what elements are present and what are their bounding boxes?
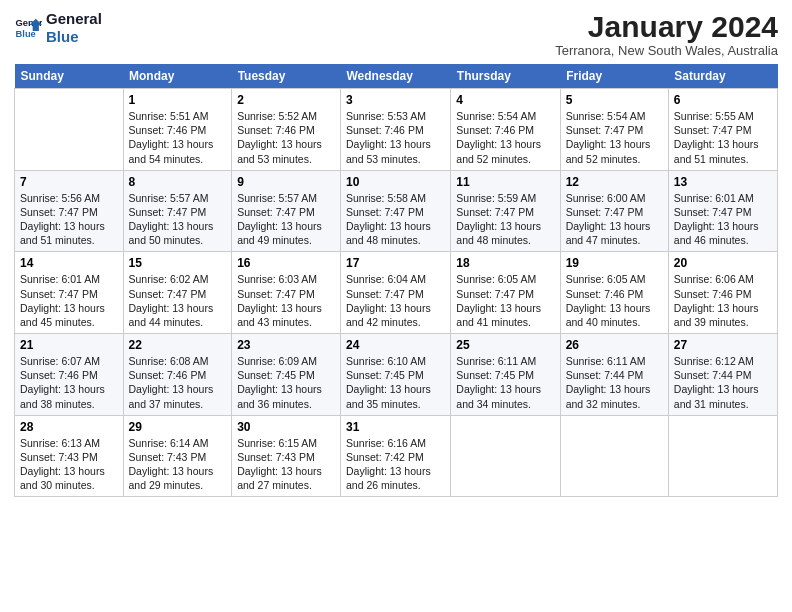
day-info: Sunrise: 6:15 AM Sunset: 7:43 PM Dayligh… (237, 436, 335, 493)
day-info: Sunrise: 5:55 AM Sunset: 7:47 PM Dayligh… (674, 109, 772, 166)
calendar-cell: 24Sunrise: 6:10 AM Sunset: 7:45 PM Dayli… (341, 334, 451, 416)
calendar-cell: 26Sunrise: 6:11 AM Sunset: 7:44 PM Dayli… (560, 334, 668, 416)
day-info: Sunrise: 6:03 AM Sunset: 7:47 PM Dayligh… (237, 272, 335, 329)
day-number: 10 (346, 175, 445, 189)
calendar-cell: 28Sunrise: 6:13 AM Sunset: 7:43 PM Dayli… (15, 415, 124, 497)
day-info: Sunrise: 6:14 AM Sunset: 7:43 PM Dayligh… (129, 436, 227, 493)
calendar-cell: 7Sunrise: 5:56 AM Sunset: 7:47 PM Daylig… (15, 170, 124, 252)
header-row: General Blue General Blue January 2024 T… (14, 10, 778, 58)
day-number: 1 (129, 93, 227, 107)
header-saturday: Saturday (668, 64, 777, 89)
day-number: 9 (237, 175, 335, 189)
day-number: 7 (20, 175, 118, 189)
day-info: Sunrise: 6:11 AM Sunset: 7:44 PM Dayligh… (566, 354, 663, 411)
calendar-cell: 23Sunrise: 6:09 AM Sunset: 7:45 PM Dayli… (232, 334, 341, 416)
day-info: Sunrise: 6:01 AM Sunset: 7:47 PM Dayligh… (674, 191, 772, 248)
logo-icon: General Blue (14, 14, 42, 42)
page-container: General Blue General Blue January 2024 T… (0, 0, 792, 505)
day-info: Sunrise: 6:10 AM Sunset: 7:45 PM Dayligh… (346, 354, 445, 411)
day-number: 16 (237, 256, 335, 270)
day-info: Sunrise: 5:54 AM Sunset: 7:47 PM Dayligh… (566, 109, 663, 166)
calendar-cell: 15Sunrise: 6:02 AM Sunset: 7:47 PM Dayli… (123, 252, 232, 334)
calendar-subtitle: Terranora, New South Wales, Australia (555, 43, 778, 58)
day-number: 14 (20, 256, 118, 270)
logo-blue: Blue (46, 28, 102, 46)
day-info: Sunrise: 5:54 AM Sunset: 7:46 PM Dayligh… (456, 109, 554, 166)
day-info: Sunrise: 6:09 AM Sunset: 7:45 PM Dayligh… (237, 354, 335, 411)
day-number: 30 (237, 420, 335, 434)
header-friday: Friday (560, 64, 668, 89)
day-info: Sunrise: 6:01 AM Sunset: 7:47 PM Dayligh… (20, 272, 118, 329)
header-sunday: Sunday (15, 64, 124, 89)
day-number: 5 (566, 93, 663, 107)
day-number: 18 (456, 256, 554, 270)
day-number: 28 (20, 420, 118, 434)
day-number: 23 (237, 338, 335, 352)
header-tuesday: Tuesday (232, 64, 341, 89)
day-info: Sunrise: 5:56 AM Sunset: 7:47 PM Dayligh… (20, 191, 118, 248)
day-number: 19 (566, 256, 663, 270)
day-number: 3 (346, 93, 445, 107)
calendar-cell: 20Sunrise: 6:06 AM Sunset: 7:46 PM Dayli… (668, 252, 777, 334)
calendar-cell: 6Sunrise: 5:55 AM Sunset: 7:47 PM Daylig… (668, 89, 777, 171)
day-info: Sunrise: 5:57 AM Sunset: 7:47 PM Dayligh… (237, 191, 335, 248)
week-row-3: 21Sunrise: 6:07 AM Sunset: 7:46 PM Dayli… (15, 334, 778, 416)
calendar-cell: 27Sunrise: 6:12 AM Sunset: 7:44 PM Dayli… (668, 334, 777, 416)
day-info: Sunrise: 6:11 AM Sunset: 7:45 PM Dayligh… (456, 354, 554, 411)
calendar-cell: 9Sunrise: 5:57 AM Sunset: 7:47 PM Daylig… (232, 170, 341, 252)
calendar-cell: 29Sunrise: 6:14 AM Sunset: 7:43 PM Dayli… (123, 415, 232, 497)
calendar-cell: 1Sunrise: 5:51 AM Sunset: 7:46 PM Daylig… (123, 89, 232, 171)
header-thursday: Thursday (451, 64, 560, 89)
week-row-4: 28Sunrise: 6:13 AM Sunset: 7:43 PM Dayli… (15, 415, 778, 497)
day-number: 13 (674, 175, 772, 189)
day-info: Sunrise: 5:58 AM Sunset: 7:47 PM Dayligh… (346, 191, 445, 248)
day-info: Sunrise: 6:12 AM Sunset: 7:44 PM Dayligh… (674, 354, 772, 411)
calendar-cell: 13Sunrise: 6:01 AM Sunset: 7:47 PM Dayli… (668, 170, 777, 252)
day-info: Sunrise: 6:02 AM Sunset: 7:47 PM Dayligh… (129, 272, 227, 329)
calendar-cell (451, 415, 560, 497)
calendar-cell: 4Sunrise: 5:54 AM Sunset: 7:46 PM Daylig… (451, 89, 560, 171)
calendar-cell: 17Sunrise: 6:04 AM Sunset: 7:47 PM Dayli… (341, 252, 451, 334)
calendar-cell: 14Sunrise: 6:01 AM Sunset: 7:47 PM Dayli… (15, 252, 124, 334)
day-number: 20 (674, 256, 772, 270)
calendar-cell (668, 415, 777, 497)
day-info: Sunrise: 6:05 AM Sunset: 7:46 PM Dayligh… (566, 272, 663, 329)
calendar-cell: 16Sunrise: 6:03 AM Sunset: 7:47 PM Dayli… (232, 252, 341, 334)
day-info: Sunrise: 5:53 AM Sunset: 7:46 PM Dayligh… (346, 109, 445, 166)
week-row-2: 14Sunrise: 6:01 AM Sunset: 7:47 PM Dayli… (15, 252, 778, 334)
day-number: 17 (346, 256, 445, 270)
day-info: Sunrise: 6:13 AM Sunset: 7:43 PM Dayligh… (20, 436, 118, 493)
logo-general: General (46, 10, 102, 28)
day-number: 26 (566, 338, 663, 352)
day-info: Sunrise: 5:57 AM Sunset: 7:47 PM Dayligh… (129, 191, 227, 248)
day-info: Sunrise: 5:59 AM Sunset: 7:47 PM Dayligh… (456, 191, 554, 248)
calendar-cell: 19Sunrise: 6:05 AM Sunset: 7:46 PM Dayli… (560, 252, 668, 334)
day-info: Sunrise: 6:06 AM Sunset: 7:46 PM Dayligh… (674, 272, 772, 329)
day-info: Sunrise: 6:05 AM Sunset: 7:47 PM Dayligh… (456, 272, 554, 329)
calendar-cell: 8Sunrise: 5:57 AM Sunset: 7:47 PM Daylig… (123, 170, 232, 252)
week-row-0: 1Sunrise: 5:51 AM Sunset: 7:46 PM Daylig… (15, 89, 778, 171)
day-number: 29 (129, 420, 227, 434)
day-number: 6 (674, 93, 772, 107)
calendar-cell: 22Sunrise: 6:08 AM Sunset: 7:46 PM Dayli… (123, 334, 232, 416)
calendar-header-row: SundayMondayTuesdayWednesdayThursdayFrid… (15, 64, 778, 89)
calendar-cell: 12Sunrise: 6:00 AM Sunset: 7:47 PM Dayli… (560, 170, 668, 252)
day-number: 24 (346, 338, 445, 352)
day-number: 8 (129, 175, 227, 189)
day-number: 21 (20, 338, 118, 352)
day-info: Sunrise: 6:04 AM Sunset: 7:47 PM Dayligh… (346, 272, 445, 329)
day-number: 12 (566, 175, 663, 189)
calendar-cell: 11Sunrise: 5:59 AM Sunset: 7:47 PM Dayli… (451, 170, 560, 252)
day-number: 22 (129, 338, 227, 352)
day-number: 11 (456, 175, 554, 189)
day-number: 25 (456, 338, 554, 352)
day-number: 2 (237, 93, 335, 107)
calendar-cell: 5Sunrise: 5:54 AM Sunset: 7:47 PM Daylig… (560, 89, 668, 171)
logo: General Blue General Blue (14, 10, 102, 46)
day-info: Sunrise: 6:00 AM Sunset: 7:47 PM Dayligh… (566, 191, 663, 248)
title-block: January 2024 Terranora, New South Wales,… (555, 10, 778, 58)
calendar-cell (560, 415, 668, 497)
calendar-title: January 2024 (555, 10, 778, 43)
calendar-cell: 25Sunrise: 6:11 AM Sunset: 7:45 PM Dayli… (451, 334, 560, 416)
day-info: Sunrise: 6:16 AM Sunset: 7:42 PM Dayligh… (346, 436, 445, 493)
